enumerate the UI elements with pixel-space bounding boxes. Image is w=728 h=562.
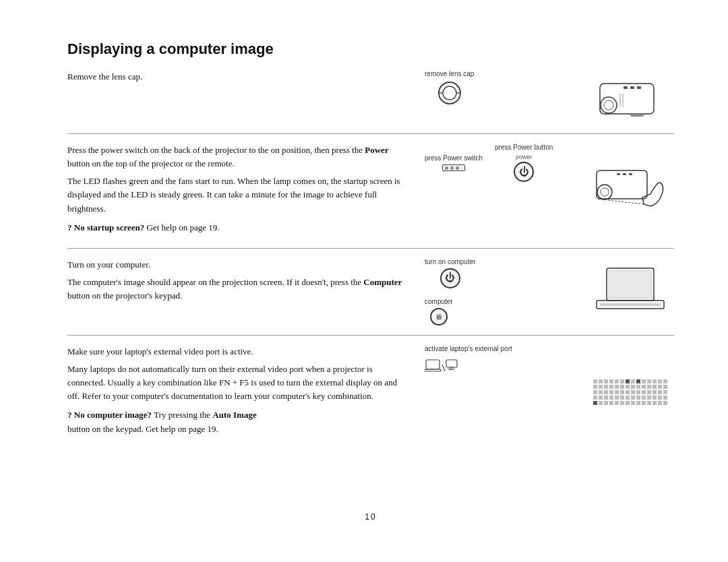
svg-point-14 xyxy=(597,185,612,199)
laptop-ext-icon xyxy=(425,358,458,378)
key xyxy=(653,396,657,400)
key xyxy=(626,385,630,389)
svg-rect-12 xyxy=(630,114,644,117)
section-press-power: Press the power switch on the back of th… xyxy=(67,133,674,248)
key xyxy=(599,396,603,400)
key xyxy=(604,390,608,394)
key xyxy=(609,379,613,383)
svg-rect-16 xyxy=(617,173,620,175)
key xyxy=(663,379,667,383)
key xyxy=(636,390,640,394)
key xyxy=(604,385,608,389)
key xyxy=(599,385,603,389)
svg-point-6 xyxy=(604,100,613,110)
power-text-label: power xyxy=(516,154,533,160)
section-laptop-external-port: Make sure your laptop's external video p… xyxy=(67,335,674,449)
laptop-icon xyxy=(590,261,671,322)
key xyxy=(609,385,613,389)
ext-port-svg xyxy=(425,358,458,378)
key xyxy=(658,401,662,405)
computer-power-symbol: ⏻ xyxy=(445,272,455,284)
section3-icons: turn on computer ⏻ computer 🖥 xyxy=(425,258,573,325)
key xyxy=(593,379,597,383)
key xyxy=(653,385,657,389)
key xyxy=(647,385,651,389)
no-computer-image-bold: ? No computer image? xyxy=(67,410,152,420)
switch-dot-3 xyxy=(456,166,459,170)
section-turn-on-computer: Turn on your computer. The computer's im… xyxy=(67,248,674,335)
key xyxy=(663,385,667,389)
key xyxy=(620,379,624,383)
keyboard-grid xyxy=(593,379,668,406)
key xyxy=(653,401,657,405)
key xyxy=(604,401,608,405)
key xyxy=(626,390,630,394)
turn-on-computer-label: turn on computer xyxy=(425,258,476,266)
key xyxy=(609,390,613,394)
key xyxy=(658,396,662,400)
power-switch-icon xyxy=(442,164,465,171)
svg-rect-21 xyxy=(609,270,652,299)
section2-para2: The LED flashes green and the fans start… xyxy=(67,175,404,215)
switch-dot-2 xyxy=(450,166,454,170)
key xyxy=(642,396,646,400)
key xyxy=(663,396,667,400)
auto-image-bold: Auto Image xyxy=(212,410,256,420)
svg-point-1 xyxy=(443,86,456,100)
computer-label: computer xyxy=(425,298,453,305)
section4-icons: activate laptop's external port xyxy=(425,345,573,440)
bold-power: Power xyxy=(365,145,388,155)
key xyxy=(609,401,613,405)
section2-image xyxy=(586,144,674,239)
press-power-switch-label: press Power switch xyxy=(425,154,483,162)
svg-point-15 xyxy=(601,188,609,196)
power-button-icon: ⏻ xyxy=(514,162,534,182)
key xyxy=(593,390,597,394)
computer-power-icon: ⏻ xyxy=(440,268,460,288)
key xyxy=(631,379,635,383)
key xyxy=(604,396,608,400)
key xyxy=(658,385,662,389)
key xyxy=(626,379,630,383)
svg-rect-8 xyxy=(630,86,634,89)
key xyxy=(599,390,603,394)
key xyxy=(593,401,597,405)
section3-image xyxy=(586,258,674,325)
svg-rect-26 xyxy=(425,369,441,371)
key xyxy=(642,379,646,383)
key xyxy=(663,390,667,394)
key xyxy=(615,396,619,400)
section2-icon-row: press Power switch press Power button po… xyxy=(425,144,553,182)
key xyxy=(620,401,624,405)
key xyxy=(609,396,613,400)
svg-line-27 xyxy=(442,365,445,371)
key xyxy=(658,390,662,394)
power-symbol: ⏻ xyxy=(519,167,529,177)
key xyxy=(626,396,630,400)
lens-cap-label: remove lens cap xyxy=(425,70,474,77)
section2-note: ? No startup screen? Get help on page 19… xyxy=(67,221,404,235)
key xyxy=(647,396,651,400)
svg-rect-25 xyxy=(426,360,439,369)
section1-main-text: Remove the lens cap. xyxy=(67,70,404,84)
key xyxy=(620,396,624,400)
key xyxy=(593,385,597,389)
key xyxy=(626,401,630,405)
key xyxy=(631,396,635,400)
page-number: 10 xyxy=(67,500,674,522)
computer-keypad-icon: 🖥 xyxy=(430,308,448,325)
key xyxy=(636,401,640,405)
svg-rect-9 xyxy=(637,86,641,89)
keyboard-grid-container xyxy=(593,379,668,406)
switch-dot-1 xyxy=(445,166,448,170)
svg-rect-28 xyxy=(446,360,457,367)
press-power-button-label: press Power button xyxy=(495,144,553,151)
key xyxy=(663,401,667,405)
power-switch-group: press Power switch xyxy=(425,154,483,171)
svg-rect-7 xyxy=(624,86,628,89)
page-title: Displaying a computer image xyxy=(67,40,674,58)
section-remove-lens-cap: Remove the lens cap. remove lens cap xyxy=(67,70,674,133)
turn-on-computer-group: turn on computer ⏻ xyxy=(425,258,476,288)
activate-external-port-label: activate laptop's external port xyxy=(425,345,512,352)
key xyxy=(593,396,597,400)
